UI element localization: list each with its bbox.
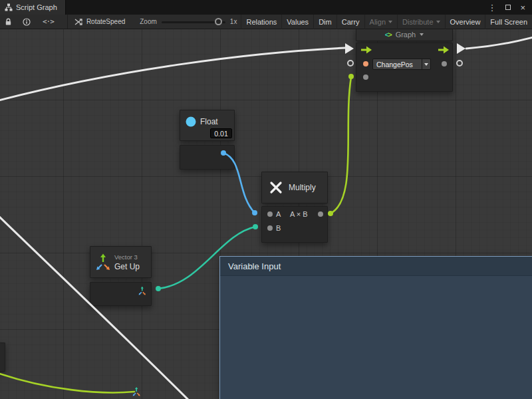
right-port-circle[interactable] bbox=[456, 60, 463, 66]
zoom-value: 1x bbox=[230, 18, 237, 25]
chevron-down-icon bbox=[388, 21, 392, 23]
overview-button[interactable]: Overview bbox=[445, 15, 485, 29]
zoom-slider[interactable] bbox=[162, 15, 225, 29]
values-label: Values bbox=[287, 18, 309, 26]
relations-button[interactable]: Relations bbox=[241, 15, 281, 29]
flow-out-arrow-icon[interactable] bbox=[457, 43, 466, 54]
left-port-circle[interactable] bbox=[347, 60, 354, 66]
script-graph-icon bbox=[5, 3, 13, 11]
graph-toolbar: <·> RotateSpeed Zoom 1x Relations Values… bbox=[0, 15, 532, 29]
variable-input-group-body[interactable] bbox=[220, 276, 532, 399]
multiply-node-title: Multiply bbox=[289, 183, 316, 192]
graph-breadcrumb[interactable]: RotateSpeed bbox=[74, 18, 125, 26]
zoom-slider-handle[interactable] bbox=[215, 18, 222, 25]
variable-dropdown-button[interactable] bbox=[422, 59, 430, 69]
chevron-down-icon bbox=[424, 63, 428, 66]
graph-icon: <> bbox=[385, 31, 391, 39]
window-menu-icon[interactable]: ⋮ bbox=[487, 3, 496, 12]
target-port-dot[interactable] bbox=[363, 61, 368, 66]
event-value-in-port-dot[interactable] bbox=[363, 74, 368, 80]
full-screen-label: Full Screen bbox=[490, 18, 527, 26]
tab-script-graph[interactable]: Script Graph bbox=[0, 0, 66, 15]
event-node-header[interactable]: <> Graph bbox=[356, 28, 453, 41]
variable-input-group[interactable]: Variable Input bbox=[219, 256, 532, 399]
script-machine-icon bbox=[74, 18, 83, 26]
chevron-down-icon bbox=[436, 21, 440, 23]
align-button[interactable]: Align bbox=[364, 15, 397, 29]
multiply-port-b-dot[interactable] bbox=[267, 225, 273, 231]
window-close-icon[interactable]: × bbox=[520, 3, 525, 12]
distribute-button[interactable]: Distribute bbox=[397, 15, 444, 29]
lock-icon[interactable] bbox=[5, 18, 12, 26]
vector-node-header[interactable]: Vector 3 Get Up bbox=[90, 246, 152, 278]
float-value-field[interactable]: 0.01 bbox=[210, 128, 232, 138]
float-node-header[interactable]: Float 0.01 bbox=[180, 110, 235, 141]
variable-input-group-title: Variable Input bbox=[228, 261, 281, 271]
multiply-node-header[interactable]: Multiply bbox=[261, 172, 328, 203]
inspect-icon[interactable]: <·> bbox=[43, 17, 54, 26]
vector-node-body[interactable] bbox=[90, 282, 152, 306]
multiply-node-body[interactable]: A A × B B bbox=[261, 206, 328, 243]
window-maximize-icon[interactable] bbox=[505, 5, 511, 10]
float-icon bbox=[186, 116, 196, 127]
unity-script-graph-window: Variable Input <> Graph ChangePos bbox=[0, 0, 532, 399]
align-label: Align bbox=[370, 18, 386, 26]
event-node-title: Graph bbox=[396, 31, 416, 39]
chevron-down-icon bbox=[420, 33, 424, 36]
window-controls: ⋮ × bbox=[487, 0, 532, 15]
multiply-icon bbox=[269, 181, 283, 194]
variable-dropdown[interactable]: ChangePos bbox=[372, 59, 431, 70]
distribute-label: Distribute bbox=[402, 18, 433, 26]
offscreen-node[interactable] bbox=[0, 342, 5, 372]
zoom-label: Zoom bbox=[140, 18, 157, 25]
overview-label: Overview bbox=[450, 18, 481, 26]
vector-wire-end-icon[interactable] bbox=[132, 386, 142, 399]
relations-label: Relations bbox=[246, 18, 277, 26]
event-value-out-port-dot[interactable] bbox=[442, 61, 447, 66]
multiply-port-a-label: A bbox=[276, 210, 281, 218]
event-node-body[interactable]: ChangePos bbox=[356, 43, 453, 92]
window-titlebar: Script Graph ⋮ × bbox=[0, 0, 532, 15]
flow-out-port-icon[interactable] bbox=[438, 46, 450, 54]
vector-node-title: Get Up bbox=[114, 262, 140, 271]
carry-label: Carry bbox=[342, 18, 360, 26]
tab-label: Script Graph bbox=[16, 3, 57, 11]
variable-dropdown-value: ChangePos bbox=[373, 61, 422, 68]
multiply-port-b-label: B bbox=[276, 224, 281, 232]
float-node-body[interactable] bbox=[180, 145, 235, 170]
graph-name-label: RotateSpeed bbox=[86, 18, 125, 25]
multiply-port-a-dot[interactable] bbox=[267, 211, 273, 217]
full-screen-button[interactable]: Full Screen bbox=[485, 15, 532, 29]
flow-in-arrow-icon[interactable] bbox=[345, 43, 354, 54]
float-node-title: Float bbox=[200, 117, 218, 126]
vector-out-port-icon[interactable] bbox=[138, 285, 147, 297]
carry-button[interactable]: Carry bbox=[336, 15, 364, 29]
dim-button[interactable]: Dim bbox=[313, 15, 336, 29]
values-button[interactable]: Values bbox=[281, 15, 313, 29]
info-icon[interactable] bbox=[23, 18, 31, 26]
variable-input-group-header[interactable]: Variable Input bbox=[220, 257, 532, 276]
multiply-result-port-dot[interactable] bbox=[318, 211, 323, 217]
multiply-result-label: A × B bbox=[290, 210, 308, 218]
vector3-icon bbox=[94, 251, 110, 273]
dim-label: Dim bbox=[319, 18, 332, 26]
toolbar-buttons: Relations Values Dim Carry Align Distrib… bbox=[241, 15, 532, 29]
vector-node-type-label: Vector 3 bbox=[114, 253, 140, 261]
flow-in-port-icon[interactable] bbox=[360, 46, 372, 54]
